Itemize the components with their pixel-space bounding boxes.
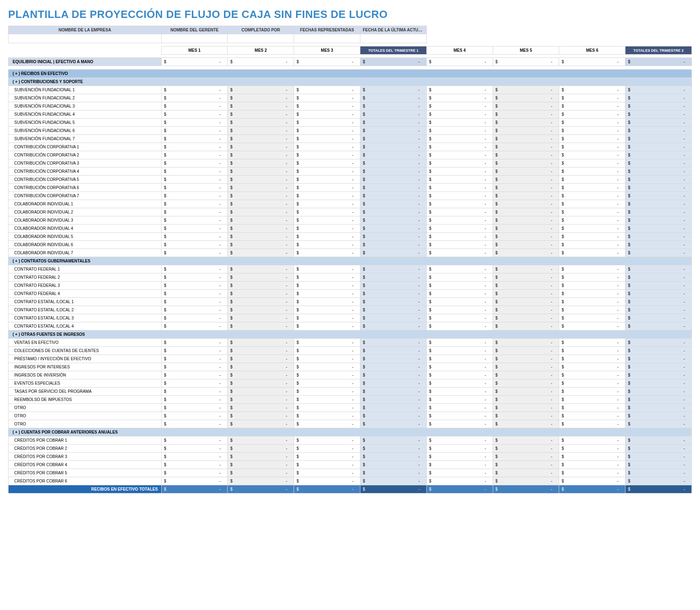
other-row-6-m1[interactable]: $- (161, 387, 228, 395)
balance-m1[interactable]: $- (161, 58, 228, 66)
contrib-row-14-m5[interactable]: $- (493, 200, 559, 208)
gov-row-5-m1[interactable]: $- (161, 306, 228, 314)
contrib-row-13-m2[interactable]: $- (228, 192, 294, 200)
contrib-row-15-m3[interactable]: $- (294, 208, 360, 216)
ar-row-5-m4[interactable]: $- (426, 477, 493, 485)
gov-row-4-m1[interactable]: $- (161, 297, 228, 306)
contrib-row-18-m6[interactable]: $- (559, 232, 625, 240)
other-row-8-m6[interactable]: $- (559, 403, 625, 412)
ar-row-1-m2[interactable]: $- (228, 444, 294, 452)
contrib-row-18-m5[interactable]: $- (493, 232, 559, 240)
ar-row-1-m4[interactable]: $- (426, 444, 493, 452)
other-row-5-m5[interactable]: $- (493, 379, 559, 387)
contrib-row-3-m6[interactable]: $- (559, 110, 625, 118)
gov-row-7-m2[interactable]: $- (228, 322, 294, 330)
gov-row-1-m5[interactable]: $- (493, 273, 559, 281)
ar-row-1-m1[interactable]: $- (161, 444, 228, 452)
contrib-row-3-m1[interactable]: $- (161, 110, 228, 118)
ar-row-0-m3[interactable]: $- (294, 436, 360, 444)
gov-row-3-m2[interactable]: $- (228, 289, 294, 297)
contrib-row-20-m6[interactable]: $- (559, 249, 625, 257)
balance-m6[interactable]: $- (559, 58, 625, 66)
contrib-row-5-m2[interactable]: $- (228, 126, 294, 134)
contrib-row-9-m5[interactable]: $- (493, 159, 559, 167)
contrib-row-7-m1[interactable]: $- (161, 143, 228, 151)
contrib-row-1-m5[interactable]: $- (493, 94, 559, 102)
gov-row-4-m4[interactable]: $- (426, 297, 493, 306)
contrib-row-10-m2[interactable]: $- (228, 167, 294, 175)
gov-row-6-m5[interactable]: $- (493, 314, 559, 322)
contrib-row-4-m4[interactable]: $- (426, 118, 493, 126)
contrib-row-11-m4[interactable]: $- (426, 175, 493, 183)
other-row-4-m2[interactable]: $- (228, 371, 294, 379)
contrib-row-5-m6[interactable]: $- (559, 126, 625, 134)
other-row-2-m6[interactable]: $- (559, 355, 625, 363)
gov-row-7-m6[interactable]: $- (559, 322, 625, 330)
contrib-row-5-m5[interactable]: $- (493, 126, 559, 134)
contrib-row-1-m3[interactable]: $- (294, 94, 360, 102)
contrib-row-8-m1[interactable]: $- (161, 151, 228, 159)
contrib-row-19-m1[interactable]: $- (161, 240, 228, 249)
gov-row-1-m3[interactable]: $- (294, 273, 360, 281)
ar-row-4-m2[interactable]: $- (228, 469, 294, 477)
other-row-9-m1[interactable]: $- (161, 412, 228, 420)
contrib-row-15-m6[interactable]: $- (559, 208, 625, 216)
contrib-row-20-m5[interactable]: $- (493, 249, 559, 257)
gov-row-6-m1[interactable]: $- (161, 314, 228, 322)
contrib-row-11-m1[interactable]: $- (161, 175, 228, 183)
contrib-row-11-m6[interactable]: $- (559, 175, 625, 183)
other-row-6-m5[interactable]: $- (493, 387, 559, 395)
other-row-0-m4[interactable]: $- (426, 338, 493, 346)
contrib-row-2-m3[interactable]: $- (294, 102, 360, 110)
contrib-row-15-m4[interactable]: $- (426, 208, 493, 216)
contrib-row-1-m1[interactable]: $- (161, 94, 228, 102)
contrib-row-16-m5[interactable]: $- (493, 216, 559, 224)
ar-row-5-m3[interactable]: $- (294, 477, 360, 485)
gov-row-4-m3[interactable]: $- (294, 297, 360, 306)
ar-row-5-m1[interactable]: $- (161, 477, 228, 485)
contrib-row-18-m3[interactable]: $- (294, 232, 360, 240)
gov-row-3-m6[interactable]: $- (559, 289, 625, 297)
gov-row-2-m3[interactable]: $- (294, 281, 360, 289)
other-row-6-m3[interactable]: $- (294, 387, 360, 395)
other-row-10-m2[interactable]: $- (228, 420, 294, 428)
gov-row-0-m3[interactable]: $- (294, 265, 360, 273)
other-row-7-m3[interactable]: $- (294, 395, 360, 403)
gov-row-2-m1[interactable]: $- (161, 281, 228, 289)
gov-row-0-m6[interactable]: $- (559, 265, 625, 273)
contrib-row-12-m6[interactable]: $- (559, 183, 625, 192)
gov-row-3-m4[interactable]: $- (426, 289, 493, 297)
gov-row-5-m2[interactable]: $- (228, 306, 294, 314)
contrib-row-2-m1[interactable]: $- (161, 102, 228, 110)
other-row-1-m2[interactable]: $- (228, 346, 294, 355)
other-row-4-m5[interactable]: $- (493, 371, 559, 379)
contrib-row-13-m6[interactable]: $- (559, 192, 625, 200)
contrib-row-9-m1[interactable]: $- (161, 159, 228, 167)
contrib-row-3-m4[interactable]: $- (426, 110, 493, 118)
other-row-9-m2[interactable]: $- (228, 412, 294, 420)
contrib-row-5-m3[interactable]: $- (294, 126, 360, 134)
ar-row-5-m5[interactable]: $- (493, 477, 559, 485)
contrib-row-16-m4[interactable]: $- (426, 216, 493, 224)
contrib-row-1-m2[interactable]: $- (228, 94, 294, 102)
contrib-row-9-m3[interactable]: $- (294, 159, 360, 167)
other-row-4-m1[interactable]: $- (161, 371, 228, 379)
gov-row-5-m6[interactable]: $- (559, 306, 625, 314)
ar-row-3-m4[interactable]: $- (426, 460, 493, 469)
ar-row-5-m2[interactable]: $- (228, 477, 294, 485)
other-row-8-m3[interactable]: $- (294, 403, 360, 412)
contrib-row-17-m5[interactable]: $- (493, 224, 559, 232)
contrib-row-10-m3[interactable]: $- (294, 167, 360, 175)
other-row-3-m2[interactable]: $- (228, 363, 294, 371)
contrib-row-17-m3[interactable]: $- (294, 224, 360, 232)
contrib-row-6-m6[interactable]: $- (559, 134, 625, 143)
contrib-row-4-m6[interactable]: $- (559, 118, 625, 126)
ar-row-1-m5[interactable]: $- (493, 444, 559, 452)
contrib-row-9-m6[interactable]: $- (559, 159, 625, 167)
info-dates-val[interactable] (294, 34, 360, 43)
other-row-2-m5[interactable]: $- (493, 355, 559, 363)
ar-row-0-m4[interactable]: $- (426, 436, 493, 444)
contrib-row-20-m1[interactable]: $- (161, 249, 228, 257)
contrib-row-4-m5[interactable]: $- (493, 118, 559, 126)
other-row-8-m4[interactable]: $- (426, 403, 493, 412)
